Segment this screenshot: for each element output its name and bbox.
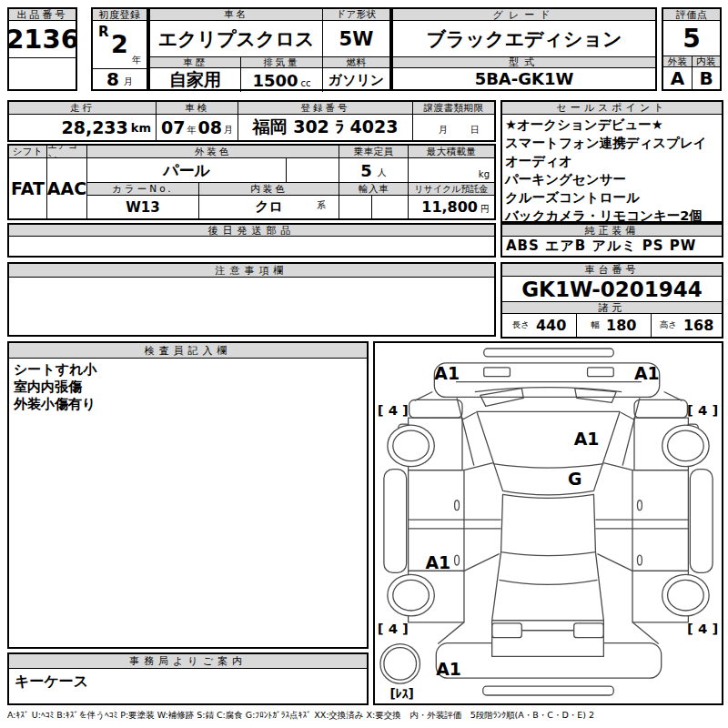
width-label: 幅 [592,319,601,331]
mark-front-left: A1 [434,364,460,383]
model-code-value: 5BA-GK1W [393,68,655,89]
sales-point-item: スマートフォン連携ディスプレイ [505,134,719,152]
model-code-label: 型式 [393,56,655,68]
lot-number-value: 2136 [9,21,76,57]
recycle-fee-unit: 円 [480,203,490,216]
chassis-label: 車台番号 [502,264,722,277]
first-registration-box: 初度登録 R 2 年 8 月 [91,7,148,91]
displacement-unit: cc [301,78,311,88]
right-fender-top [634,399,687,418]
spare-tire [380,644,420,684]
front-garnish [484,349,614,357]
month-unit: 月 [124,76,133,88]
chassis-block: 車台番号 GK1W-0201944 諸元 長さ 440 幅 180 高さ 168 [500,262,723,339]
mark-rear: A1 [436,660,461,679]
later-shipping-box: 後日発送部品 [7,223,496,258]
mark-left-side: A1 [425,553,450,572]
dimensions-label: 諸元 [502,302,722,314]
car-outline [380,349,713,695]
chassis-number: GK1W-0201944 [502,277,722,302]
later-shipping-content [9,237,494,256]
first-registration-month-cell: 8 月 [93,68,147,89]
sales-points-label: セールスポイント [502,102,722,115]
capacity-label: 乗車定員 [339,146,408,158]
inspection-label: 車検 [157,102,238,115]
later-shipping-label: 後日発送部品 [9,225,494,237]
shift-value: FAT [9,158,46,218]
front-bumper [434,363,659,398]
displacement-value: 1500 [252,71,298,90]
color-no-value: W13 [87,196,199,218]
rear-left-wheel [388,574,434,616]
import-empty-cell [372,196,408,218]
right-rear-door-handle [637,555,642,565]
caution-content [9,278,494,335]
score-block: 評価点 5 外装 内装 A B [662,7,722,91]
sales-points-box: セールスポイント ★オークションデビュー★ スマートフォン連携ディスプレイ オー… [500,100,723,223]
height-label: 高さ [660,319,677,331]
exterior-color-label: 外装色 [87,146,339,158]
mark-tire-rear-left: [ 4 ] [378,621,409,636]
caution-label: 注意事項欄 [9,264,494,278]
ac-value: AAC [47,158,86,218]
grade-label: グレード [393,9,655,21]
office-notice-value: キーケース [9,669,367,703]
transfer-month-unit: 月 [439,124,448,136]
interior-color-label: 内装色 [199,183,339,195]
car-name-label: 車名 [150,9,323,21]
registration-month: 8 [106,68,119,89]
width-value: 180 [606,317,636,334]
displacement-label: 排気量 [241,57,323,68]
mark-front-right: A1 [634,364,660,383]
sales-point-item: ★オークションデビュー★ [505,116,719,134]
exterior-label: 外装 [663,56,693,67]
right-rocker [690,470,713,573]
car-name-value: エクリプスクロス [150,21,323,56]
inspector-notes-label: 検査員記入欄 [9,343,367,359]
recycle-fee-value: 11,800 [421,198,478,216]
recycle-label: リサイクル預託金 [409,183,494,196]
plate-label: 登録番号 [238,102,413,115]
front-right-wheel [662,425,709,467]
genuine-equipment-box: 純正装備 ABS エアB アルミ PS PW [500,223,723,258]
right-front-door-handle [637,500,642,511]
front-left-wheel [388,425,434,467]
door-shape-value: 5W [323,21,389,56]
inspector-notes-content: シートすれ小 室内内張傷 外装小傷有り [9,359,367,647]
score-label: 評価点 [663,9,720,21]
equipment-row: シフト FAT エアコン AAC 外装色 パール カラーNo. 内装色 W13 … [7,144,496,220]
plate-number: 福岡 302 ﾗ 4023 [238,115,413,140]
import-empty-cell [339,196,372,218]
height-value: 168 [683,317,713,334]
left-rear-door-handle [455,555,460,565]
inspection-year-unit: 年 [187,124,197,136]
door-shape-label: ドア形状 [323,9,389,21]
inspector-note-line: 外装小傷有り [14,396,362,413]
sales-point-item: バックカメラ・リモコンキー2個 [505,207,719,225]
sales-point-item: クルーズコントロール [505,188,719,207]
year-unit: 年 [132,54,141,66]
history-label: 車歴 [150,57,241,68]
import-label: 輸入車 [339,183,408,196]
caution-box: 注意事項欄 [7,262,496,337]
fuel-value: ガソリン [323,68,389,92]
inspection-year: 07 [161,117,185,137]
interior-color-value: クロ [255,198,283,216]
interior-color-suffix: 系 [317,199,326,212]
mark-spare-none: [ﾚｽ] [389,686,414,701]
mileage-value: 28,233 [61,117,127,137]
genuine-equipment-label: 純正装備 [502,225,722,237]
length-value: 440 [536,317,566,334]
exterior-color-value: パール [87,158,287,182]
mark-tire-rear-right: [ 4 ] [687,621,718,636]
left-fender-top [410,399,462,418]
office-notice-box: 事務局よりご案内 キーケース [7,652,369,705]
inspection-month-unit: 月 [224,124,233,136]
first-registration-label: 初度登録 [93,9,147,21]
roof [501,494,596,555]
registration-row: 走行 車検 登録番号 譲渡書類期限 28,233 km 07 年 08 月 福岡… [7,100,496,142]
auction-sheet: 出品番号 2136 初度登録 R 2 年 8 月 車名 ドア形状 エクリプスクロ… [0,0,728,728]
interior-label: 内装 [693,56,720,67]
inspector-note-line: シートすれ小 [14,361,362,379]
lot-number-box: 出品番号 2136 [7,7,77,91]
